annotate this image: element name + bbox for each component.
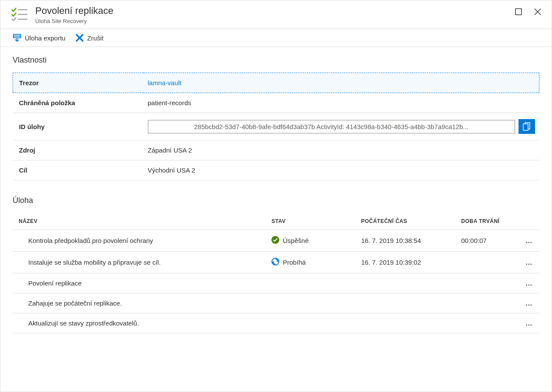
- column-more: [519, 213, 539, 230]
- property-value: Západní USA 2: [144, 140, 539, 160]
- task-status: Úspěšné: [265, 230, 355, 252]
- more-button[interactable]: ...: [519, 230, 539, 252]
- copy-button[interactable]: [519, 119, 535, 134]
- task-duration: [455, 273, 518, 293]
- more-button[interactable]: ...: [519, 313, 539, 333]
- task-row[interactable]: Kontrola předpokladů pro povolení ochran…: [13, 230, 539, 252]
- column-start[interactable]: POČÁTEČNÍ ČAS: [355, 213, 455, 230]
- properties-section-title: Vlastnosti: [13, 56, 539, 65]
- export-label: Úloha exportu: [25, 34, 65, 42]
- property-row-source: Zdroj Západní USA 2: [13, 140, 539, 160]
- svg-rect-6: [523, 124, 528, 130]
- task-row[interactable]: Instaluje se služba mobility a připravuj…: [13, 252, 539, 273]
- task-start: [355, 313, 455, 333]
- property-value-link[interactable]: lamna-vault: [144, 73, 539, 93]
- task-duration: 00:00:07: [455, 230, 518, 252]
- task-status: [265, 313, 355, 333]
- task-status: [265, 293, 355, 313]
- panel: Povolení replikace Úloha Site Recovery Ú…: [0, 0, 552, 392]
- property-row-vault: Trezor lamna-vault: [13, 73, 539, 93]
- page-subtitle: Úloha Site Recovery: [35, 18, 513, 24]
- property-label: ID úlohy: [13, 113, 144, 140]
- content: Vlastnosti Trezor lamna-vault Chráněná p…: [0, 47, 552, 342]
- ellipsis-icon: ...: [525, 237, 532, 244]
- task-header-row: NÁZEV STAV POČÁTEČNÍ ČAS DOBA TRVÁNÍ: [13, 213, 539, 230]
- header: Povolení replikace Úloha Site Recovery: [0, 0, 552, 29]
- more-button[interactable]: ...: [519, 293, 539, 313]
- task-status-text: Úspěšné: [283, 237, 308, 244]
- task-name: Instaluje se služba mobility a připravuj…: [13, 252, 265, 273]
- task-name: Aktualizují se stavy zprostředkovatelů.: [13, 313, 265, 333]
- header-titles: Povolení replikace Úloha Site Recovery: [35, 5, 513, 24]
- more-button[interactable]: ...: [519, 252, 539, 273]
- task-row[interactable]: Povolení replikace...: [13, 273, 539, 293]
- task-status: Probíhá: [265, 252, 355, 273]
- svg-rect-5: [13, 36, 20, 38]
- cancel-icon: [76, 34, 84, 42]
- svg-rect-3: [515, 9, 522, 15]
- task-duration: [455, 293, 518, 313]
- svg-rect-2: [18, 19, 27, 20]
- task-start: 16. 7. 2019 10:38:54: [355, 230, 455, 252]
- page-title: Povolení replikace: [35, 5, 513, 17]
- property-label: Chráněná položka: [13, 93, 144, 113]
- window-controls: [513, 7, 543, 18]
- task-name: Povolení replikace: [13, 273, 265, 293]
- export-icon: [13, 33, 21, 42]
- task-start: [355, 273, 455, 293]
- property-row-target: Cíl Východní USA 2: [13, 160, 539, 180]
- property-value: Východní USA 2: [144, 160, 539, 180]
- property-value: 285bcbd2-53d7-40b8-9afe-bdf64d3ab37b Act…: [144, 113, 539, 140]
- task-status: [265, 273, 355, 293]
- task-duration: [455, 252, 518, 273]
- properties-table: Trezor lamna-vault Chráněná položka pati…: [13, 73, 539, 180]
- ellipsis-icon: ...: [525, 259, 532, 266]
- property-label: Cíl: [13, 160, 144, 180]
- task-start: 16. 7. 2019 10:39:02: [355, 252, 455, 273]
- task-name: Zahajuje se počáteční replikace.: [13, 293, 265, 313]
- property-row-jobid: ID úlohy 285bcbd2-53d7-40b8-9afe-bdf64d3…: [13, 113, 539, 140]
- maximize-button[interactable]: [513, 7, 524, 18]
- task-row[interactable]: Aktualizují se stavy zprostředkovatelů..…: [13, 313, 539, 333]
- task-status-text: Probíhá: [283, 259, 306, 266]
- ellipsis-icon: ...: [525, 279, 532, 287]
- task-section: Úloha NÁZEV STAV POČÁTEČNÍ ČAS DOBA TRVÁ…: [13, 196, 539, 333]
- more-button[interactable]: ...: [519, 273, 539, 293]
- property-value: patient-records: [144, 93, 539, 113]
- job-id-field[interactable]: 285bcbd2-53d7-40b8-9afe-bdf64d3ab37b Act…: [148, 120, 515, 133]
- property-label: Zdroj: [13, 140, 144, 160]
- close-button[interactable]: [532, 7, 543, 18]
- svg-rect-1: [18, 14, 27, 15]
- task-start: [355, 293, 455, 313]
- ellipsis-icon: ...: [525, 319, 532, 327]
- task-list-icon: [11, 7, 28, 22]
- toolbar: Úloha exportu Zrušit: [0, 29, 552, 47]
- column-status[interactable]: STAV: [265, 213, 355, 230]
- property-row-protected: Chráněná položka patient-records: [13, 93, 539, 113]
- ellipsis-icon: ...: [525, 299, 532, 307]
- property-label: Trezor: [13, 73, 144, 93]
- column-duration[interactable]: DOBA TRVÁNÍ: [455, 213, 518, 230]
- success-icon: [271, 236, 279, 245]
- task-duration: [455, 313, 518, 333]
- task-name: Kontrola předpokladů pro povolení ochran…: [13, 230, 265, 252]
- column-name[interactable]: NÁZEV: [13, 213, 265, 230]
- export-button[interactable]: Úloha exportu: [13, 33, 65, 42]
- task-section-title: Úloha: [13, 196, 539, 205]
- task-table: NÁZEV STAV POČÁTEČNÍ ČAS DOBA TRVÁNÍ Kon…: [13, 213, 539, 333]
- progress-icon: [271, 258, 279, 267]
- svg-rect-0: [18, 9, 27, 10]
- task-row[interactable]: Zahajuje se počáteční replikace....: [13, 293, 539, 313]
- copy-icon: [523, 122, 531, 131]
- cancel-button[interactable]: Zrušit: [76, 34, 104, 42]
- cancel-label: Zrušit: [87, 34, 104, 42]
